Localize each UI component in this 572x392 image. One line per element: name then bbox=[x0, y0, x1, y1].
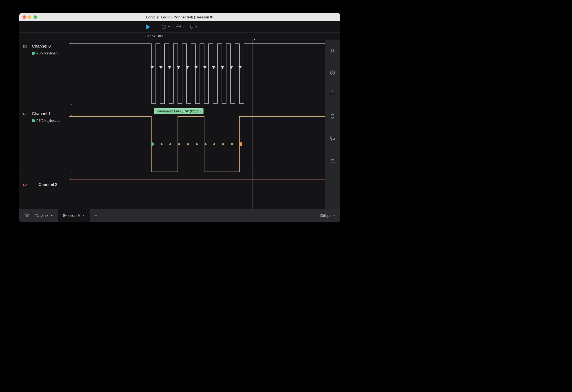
start-bit-icon bbox=[151, 142, 154, 146]
tab-label: Session 9 bbox=[63, 213, 79, 218]
zoom-indicator[interactable]: 356 µs bbox=[320, 213, 340, 218]
timeline-ruler[interactable]: 2 s : 670 ms +1 ms bbox=[19, 33, 340, 40]
tracks-panel[interactable]: D0 Channel 0 PS/2 Keyboar… H L bbox=[19, 40, 325, 209]
channel-name: Channel 2 bbox=[38, 182, 57, 187]
channel-index: D0 bbox=[23, 45, 27, 48]
edge-marker-icon bbox=[186, 66, 189, 69]
device-selector[interactable]: 1 Device bbox=[19, 209, 58, 222]
close-tab-button[interactable]: × bbox=[82, 213, 85, 218]
parity-bit-icon bbox=[231, 143, 233, 145]
channel-name: Channel 1 bbox=[32, 111, 51, 116]
layers-icon bbox=[24, 213, 29, 218]
chevron-down-icon bbox=[195, 26, 197, 27]
bottom-bar: 1 Device Session 9 × + 356 µs bbox=[19, 209, 340, 222]
svg-rect-12 bbox=[331, 139, 333, 141]
radix-panel-button[interactable]: 1F bbox=[330, 70, 335, 76]
analyzer-color-icon bbox=[32, 52, 35, 55]
edge-marker-icon bbox=[221, 66, 224, 69]
chevron-down-icon bbox=[51, 215, 53, 216]
session-tab[interactable]: Session 9 × bbox=[58, 209, 90, 222]
track-header[interactable]: D0 Channel 0 PS/2 Keyboar… bbox=[19, 40, 69, 107]
notes-icon[interactable] bbox=[330, 158, 335, 164]
window-title: Logic 2 [Logic - Connected] [Session 9] bbox=[19, 15, 340, 19]
edge-marker-icon bbox=[168, 66, 171, 69]
analyzer-color-icon bbox=[32, 119, 35, 122]
digital-wave bbox=[69, 40, 325, 107]
edge-marker-icon bbox=[194, 66, 198, 69]
svg-marker-0 bbox=[162, 25, 166, 29]
edge-marker-icon bbox=[177, 66, 180, 69]
toolbar-separator bbox=[156, 23, 156, 31]
analyzer-label: PS/2 Keyboar… bbox=[36, 119, 60, 123]
layers-icon[interactable] bbox=[330, 48, 335, 54]
analyzer-chip[interactable]: PS/2 Keyboar… bbox=[32, 51, 60, 55]
svg-rect-11 bbox=[333, 138, 335, 140]
data-bit-icon bbox=[187, 143, 189, 145]
track-channel-0[interactable]: D0 Channel 0 PS/2 Keyboar… H L bbox=[19, 40, 325, 107]
device-label: 1 Device bbox=[32, 213, 48, 218]
titlebar: Logic 2 [Logic - Connected] [Session 9] bbox=[19, 13, 340, 21]
zoom-label: 356 µs bbox=[320, 213, 331, 218]
edge-marker-icon bbox=[212, 66, 215, 69]
marker-tool[interactable] bbox=[190, 24, 197, 29]
edge-marker-icon bbox=[150, 66, 154, 69]
measure-tool[interactable]: 3 + bbox=[176, 25, 184, 29]
marker-icon[interactable] bbox=[330, 114, 335, 120]
edge-marker-icon bbox=[159, 66, 163, 69]
toolbar: 3 + bbox=[19, 21, 340, 33]
data-bit-icon bbox=[205, 143, 207, 145]
waveform-channel-0[interactable]: H L bbox=[69, 40, 325, 107]
add-tab-button[interactable]: + bbox=[90, 212, 102, 219]
data-bit-icon bbox=[196, 143, 198, 145]
waveform-channel-1[interactable]: H L Keyboard: MAKE 'A' (0x1C) bbox=[69, 107, 325, 175]
channel-index: D2 bbox=[23, 183, 27, 186]
svg-text:1F: 1F bbox=[331, 72, 334, 74]
app-window: Logic 2 [Logic - Connected] [Session 9] … bbox=[19, 13, 340, 222]
modules-icon[interactable] bbox=[330, 136, 335, 142]
marker-icon bbox=[190, 24, 194, 29]
track-header[interactable]: D1 Channel 1 PS/2 Keyboar… bbox=[19, 107, 69, 175]
data-bit-icon bbox=[161, 143, 163, 145]
measure-icon bbox=[330, 92, 335, 96]
hex-icon bbox=[161, 24, 166, 29]
analyzer-chip[interactable]: PS/2 Keyboar… bbox=[32, 119, 60, 123]
data-bit-icon bbox=[222, 143, 224, 145]
data-bit-icon bbox=[169, 143, 171, 145]
track-channel-1[interactable]: D1 Channel 1 PS/2 Keyboar… H L Keyboard:… bbox=[19, 107, 325, 175]
edge-marker-icon bbox=[238, 66, 242, 69]
radix-tool[interactable] bbox=[161, 24, 170, 29]
track-header[interactable]: D2 Channel 2 bbox=[19, 175, 69, 208]
edge-marker-icon bbox=[230, 66, 233, 69]
main-area: D0 Channel 0 PS/2 Keyboar… H L bbox=[19, 40, 340, 209]
edge-marker-icon bbox=[203, 66, 207, 69]
track-channel-2[interactable]: D2 Channel 2 H bbox=[19, 175, 325, 208]
play-button[interactable] bbox=[146, 24, 150, 30]
digital-wave bbox=[69, 107, 325, 175]
channel-index: D1 bbox=[23, 112, 27, 115]
channel-name: Channel 0 bbox=[32, 44, 51, 48]
digital-wave bbox=[69, 175, 325, 208]
waveform-channel-2[interactable]: H bbox=[69, 175, 325, 208]
chevron-up-icon bbox=[333, 215, 335, 216]
hex-icon: 1F bbox=[330, 70, 335, 76]
data-bit-icon bbox=[213, 143, 215, 145]
measure-panel-button[interactable]: 3 bbox=[330, 92, 335, 98]
svg-rect-10 bbox=[331, 137, 332, 139]
chevron-down-icon bbox=[168, 26, 170, 27]
side-panel-strip: 1F 3 bbox=[325, 40, 340, 209]
data-bit-icon bbox=[178, 143, 180, 145]
time-cursor-label: 2 s : 670 ms bbox=[145, 34, 163, 38]
analyzer-label: PS/2 Keyboar… bbox=[36, 51, 60, 55]
stop-bit-icon bbox=[239, 142, 242, 146]
